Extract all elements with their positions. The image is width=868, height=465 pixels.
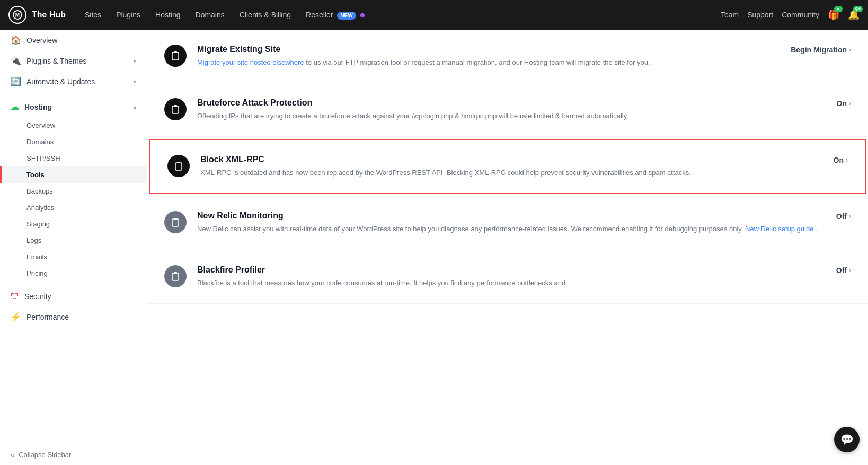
nav-sites[interactable]: Sites — [78, 7, 108, 22]
sidebar-sub-hosting-domains[interactable]: Domains — [0, 134, 147, 150]
sidebar-item-plugins-themes[interactable]: 🔌 Plugins & Themes ▾ — [0, 50, 147, 71]
bruteforce-toggle[interactable]: On › — [837, 98, 851, 108]
svg-rect-8 — [172, 219, 179, 226]
migrate-desc-after: to us via our FTP migration tool or requ… — [306, 58, 650, 66]
reseller-dot — [360, 13, 365, 17]
collapse-icon: « — [11, 451, 14, 459]
sidebar-item-performance[interactable]: ⚡ Performance — [0, 306, 147, 327]
nav-domains[interactable]: Domains — [189, 7, 231, 22]
nav-clients-billing[interactable]: Clients & Billing — [233, 7, 297, 22]
tool-bruteforce: Bruteforce Attack Protection Offending I… — [147, 83, 868, 137]
tools-list: Migrate Existing Site Migrate your site … — [147, 30, 868, 304]
xmlrpc-title: Block XML-RPC — [200, 155, 823, 164]
shield-icon: 🛡 — [11, 292, 19, 301]
nav-links: Sites Plugins Hosting Domains Clients & … — [78, 7, 721, 22]
sidebar-sub-hosting-sftp[interactable]: SFTP/SSH — [0, 150, 147, 166]
sidebar-performance-label: Performance — [26, 313, 69, 321]
sidebar-sub-hosting-tools[interactable]: Tools — [0, 166, 147, 183]
sidebar-hosting-label: Hosting — [24, 103, 52, 111]
svg-rect-7 — [177, 162, 180, 163]
sidebar-item-hosting[interactable]: ☁ Hosting ▴ — [0, 96, 147, 117]
sidebar-item-automate[interactable]: 🔄 Automate & Updates ▾ — [0, 71, 147, 92]
migrate-action[interactable]: Begin Migration › — [791, 45, 851, 54]
migrate-desc: Migrate your site hosted elsewhere to us… — [197, 57, 780, 68]
chevron-right-icon-2: › — [849, 100, 851, 107]
chat-button[interactable]: 💬 — [834, 427, 860, 452]
blackfire-desc: Blackfire is a tool that measures how yo… — [197, 278, 826, 288]
main-content: Migrate Existing Site Migrate your site … — [147, 30, 868, 465]
sidebar-item-overview-label: Overview — [26, 36, 57, 45]
bruteforce-desc: Offending IPs that are trying to create … — [197, 111, 826, 121]
sidebar-sub-hosting-staging[interactable]: Staging — [0, 216, 147, 232]
app-title: The Hub — [32, 10, 66, 20]
nav-team[interactable]: Team — [721, 11, 739, 19]
chat-icon: 💬 — [840, 433, 854, 446]
xmlrpc-icon — [167, 155, 190, 177]
sidebar-sub-hosting-analytics[interactable]: Analytics — [0, 199, 147, 216]
logo[interactable]: M The Hub — [8, 6, 66, 24]
svg-text:M: M — [15, 12, 20, 18]
bruteforce-title: Bruteforce Attack Protection — [197, 98, 826, 108]
gift-badge: ● — [834, 6, 843, 12]
home-icon: 🏠 — [11, 35, 21, 45]
nav-support[interactable]: Support — [747, 11, 773, 19]
blackfire-body: Blackfire Profiler Blackfire is a tool t… — [197, 265, 826, 288]
new-relic-body: New Relic Monitoring New Relic can assis… — [197, 211, 826, 234]
new-relic-title: New Relic Monitoring — [197, 211, 826, 221]
svg-rect-2 — [172, 52, 179, 60]
collapse-sidebar-button[interactable]: « Collapse Sidebar — [0, 444, 147, 465]
migrate-title: Migrate Existing Site — [197, 45, 780, 54]
new-relic-link[interactable]: New Relic setup guide — [745, 225, 813, 233]
nav-community[interactable]: Community — [782, 11, 819, 19]
svg-rect-6 — [175, 163, 182, 170]
gift-button[interactable]: 🎁 ● — [828, 9, 839, 21]
nav-reseller[interactable]: Reseller NEW — [299, 7, 370, 22]
svg-rect-3 — [174, 51, 177, 53]
blackfire-toggle[interactable]: Off › — [836, 265, 851, 275]
xmlrpc-body: Block XML-RPC XML-RPC is outdated and ha… — [200, 155, 823, 178]
sidebar-divider-1 — [0, 94, 147, 94]
migrate-body: Migrate Existing Site Migrate your site … — [197, 45, 780, 68]
chevron-right-icon-5: › — [849, 267, 851, 274]
svg-rect-11 — [174, 272, 177, 274]
top-nav: M The Hub Sites Plugins Hosting Domains … — [0, 0, 868, 30]
new-relic-icon — [164, 211, 187, 233]
sidebar: 🏠 Overview 🔌 Plugins & Themes ▾ 🔄 Automa… — [0, 30, 147, 465]
nav-hosting[interactable]: Hosting — [149, 7, 187, 22]
tool-migrate: Migrate Existing Site Migrate your site … — [147, 30, 868, 83]
nav-plugins[interactable]: Plugins — [110, 7, 147, 22]
tool-blackfire: Blackfire Profiler Blackfire is a tool t… — [147, 250, 868, 304]
xmlrpc-toggle[interactable]: On › — [834, 155, 848, 164]
sidebar-divider-2 — [0, 284, 147, 284]
blackfire-title: Blackfire Profiler — [197, 265, 826, 275]
svg-rect-4 — [172, 106, 179, 113]
blackfire-icon — [164, 265, 187, 287]
sidebar-item-security[interactable]: 🛡 Security — [0, 286, 147, 306]
svg-rect-5 — [174, 105, 177, 107]
notifications-button[interactable]: 🔔 9+ — [848, 9, 860, 21]
sidebar-item-overview[interactable]: 🏠 Overview — [0, 30, 147, 50]
sidebar-automate-label: Automate & Updates — [26, 77, 95, 86]
cloud-icon: ☁ — [11, 102, 19, 112]
bruteforce-icon — [164, 98, 187, 120]
logo-icon: M — [8, 6, 26, 24]
svg-rect-10 — [172, 273, 179, 280]
chevron-up-icon: ▴ — [133, 103, 136, 111]
chevron-right-icon-4: › — [849, 213, 851, 220]
sidebar-security-label: Security — [24, 292, 51, 301]
migrate-icon — [164, 45, 187, 67]
sidebar-sub-hosting-emails[interactable]: Emails — [0, 249, 147, 265]
sidebar-sub-hosting-backups[interactable]: Backups — [0, 183, 147, 199]
new-relic-toggle[interactable]: Off › — [836, 211, 851, 221]
sidebar-sub-hosting-overview[interactable]: Overview — [0, 117, 147, 134]
migrate-link[interactable]: Migrate your site hosted elsewhere — [197, 58, 304, 66]
collapse-label: Collapse Sidebar — [19, 451, 71, 459]
sidebar-sub-hosting-pricing[interactable]: Pricing — [0, 265, 147, 282]
plugins-icon: 🔌 — [11, 56, 21, 66]
sidebar-sub-hosting-logs[interactable]: Logs — [0, 232, 147, 249]
tool-new-relic: New Relic Monitoring New Relic can assis… — [147, 196, 868, 250]
sidebar-plugins-label: Plugins & Themes — [26, 57, 86, 65]
notifications-badge: 9+ — [853, 6, 863, 12]
chevron-right-icon-3: › — [846, 156, 848, 164]
main-layout: 🏠 Overview 🔌 Plugins & Themes ▾ 🔄 Automa… — [0, 30, 868, 465]
